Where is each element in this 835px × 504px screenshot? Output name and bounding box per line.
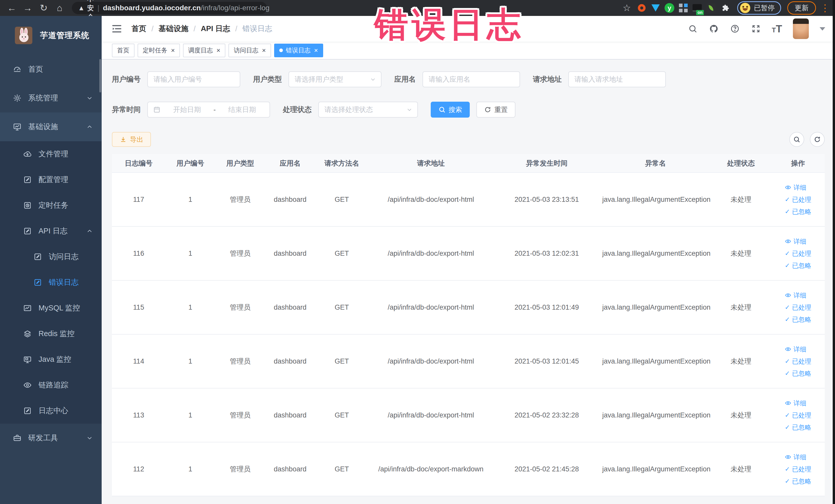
export-button[interactable]: 导出 [112,132,151,147]
action-已忽略[interactable]: ✓已忽略 [785,423,811,431]
user-id-input[interactable] [147,72,240,87]
tab-首页[interactable]: 首页 [112,44,135,57]
search-button[interactable]: 搜索 [431,102,470,118]
action-已处理[interactable]: ✓已处理 [785,411,811,420]
active-tab-dot [279,48,283,52]
extensions-puzzle-icon[interactable] [719,1,733,15]
action-详细[interactable]: 详细 [785,237,806,246]
process-status-select[interactable] [318,102,418,118]
action-已处理[interactable]: ✓已处理 [785,303,811,312]
action-已处理[interactable]: ✓已处理 [785,357,811,366]
action-已忽略[interactable]: ✓已忽略 [785,369,811,378]
close-icon[interactable]: × [262,47,266,54]
user-avatar[interactable] [793,19,809,39]
url-text: dashboard.yudao.iocoder.cn/infra/log/api… [103,4,269,12]
column-header: 应用名 [265,154,315,173]
tab-label: 定时任务 [143,46,167,55]
breadcrumb-item[interactable]: 首页 [131,24,146,34]
refresh-table-button[interactable] [810,132,825,147]
user-caret-icon[interactable] [820,27,825,31]
exception-time-range-picker[interactable]: 开始日期 - 结束日期 [147,102,270,118]
sidebar-item-redis-monitor[interactable]: Redis 监控 [0,321,102,347]
cell-url: /api/infra/db-doc/export-markdown [369,442,493,496]
tab-访问日志[interactable]: 访问日志× [228,44,271,57]
paused-badge[interactable]: 已暂停 [737,1,781,15]
sidebar-item-home[interactable]: 首页 [0,55,102,84]
tab-错误日志[interactable]: 错误日志× [274,44,323,57]
action-已忽略[interactable]: ✓已忽略 [785,315,811,324]
request-url-input[interactable] [568,72,666,87]
extension-grid-icon[interactable] [678,2,689,14]
sidebar-item-mysql-monitor[interactable]: MySQL 监控 [0,295,102,321]
action-详细[interactable]: 详细 [785,399,806,407]
extension-ubuntu-icon[interactable] [636,2,647,14]
fullscreen-icon[interactable] [751,24,761,34]
app-logo-row[interactable]: 芋道管理系统 [0,16,102,55]
action-label: 详细 [793,345,806,354]
search-icon[interactable] [688,24,698,34]
action-详细[interactable]: 详细 [785,183,806,192]
reset-button[interactable]: 重置 [476,102,515,118]
close-icon[interactable]: × [217,47,220,54]
column-header: 日志编号 [112,154,165,173]
action-详细[interactable]: 详细 [785,291,806,300]
action-已处理[interactable]: ✓已处理 [785,195,811,204]
back-icon[interactable]: ← [5,1,19,15]
action-label: 已处理 [792,303,811,312]
sidebar-item-infrastructure[interactable]: 基础设施 [0,113,102,141]
column-header: 异常发生时间 [493,154,600,173]
sidebar-item-file-management[interactable]: 文件管理 [0,141,102,167]
sidebar-item-java-monitor[interactable]: Java 监控 [0,347,102,372]
github-icon[interactable] [709,24,719,34]
sidebar-item-access-log[interactable]: 访问日志 [0,244,102,269]
app-name-input[interactable] [423,72,520,87]
extension-y-icon[interactable]: y [664,2,675,14]
update-button[interactable]: 更新 [787,1,816,15]
close-icon[interactable]: × [314,47,318,54]
sidebar-item-error-log[interactable]: 错误日志 [0,269,102,295]
reload-icon[interactable]: ↻ [37,1,50,15]
cell-user_type: 管理员 [216,334,265,388]
breadcrumb-item[interactable]: API 日志 [201,24,230,34]
sidebar-scrollbar[interactable] [99,59,101,93]
action-已处理[interactable]: ✓已处理 [785,249,811,258]
action-已处理[interactable]: ✓已处理 [785,465,811,473]
cell-app: dashboard [265,173,315,226]
home-icon[interactable]: ⌂ [53,1,66,15]
cell-time: 2021-05-03 12:02:31 [493,226,600,280]
table-toolbar: 导出 [112,132,825,147]
address-bar[interactable]: ▲不安全 | dashboard.yudao.iocoder.cn/infra/… [72,2,267,14]
hamburger-icon[interactable] [111,23,122,34]
extension-gem-icon[interactable] [650,2,661,14]
sidebar-item-scheduled-tasks[interactable]: 定时任务 [0,193,102,218]
sidebar-item-system-management[interactable]: 系统管理 [0,84,102,113]
action-已忽略[interactable]: ✓已忽略 [785,477,811,485]
action-详细[interactable]: 详细 [785,453,806,461]
tab-定时任务[interactable]: 定时任务× [138,44,180,57]
cell-status: 未处理 [711,226,771,280]
user-type-select[interactable] [288,72,382,87]
sidebar-item-api-logs[interactable]: API 日志 [0,218,102,244]
sidebar-item-config-management[interactable]: 配置管理 [0,167,102,193]
top-navbar: 首页/基础设施/API 日志/错误日志 TT [102,16,835,42]
toggle-search-button[interactable] [789,132,804,147]
sidebar-item-label: 链路追踪 [39,380,68,390]
help-icon[interactable] [730,24,740,34]
browser-menu-icon[interactable]: ⋮ [820,2,830,14]
extension-leaf-icon[interactable] [705,2,717,14]
extension-on-icon[interactable]: on [692,2,703,14]
breadcrumb-item[interactable]: 基础设施 [159,24,188,34]
sidebar-item-trace[interactable]: 链路追踪 [0,372,102,398]
font-size-icon[interactable]: TT [772,24,782,34]
action-已忽略[interactable]: ✓已忽略 [785,207,811,216]
action-已忽略[interactable]: ✓已忽略 [785,261,811,270]
log-icon [23,406,32,416]
sidebar-item-dev-tools[interactable]: 研发工具 [0,424,102,452]
sidebar-item-log-center[interactable]: 日志中心 [0,398,102,424]
action-详细[interactable]: 详细 [785,345,806,354]
cell-time: 2021-05-03 23:13:51 [493,173,600,226]
forward-icon[interactable]: → [21,1,34,15]
close-icon[interactable]: × [171,47,175,54]
tab-调度日志[interactable]: 调度日志× [183,44,225,57]
bookmark-star-icon[interactable]: ☆ [620,1,633,15]
